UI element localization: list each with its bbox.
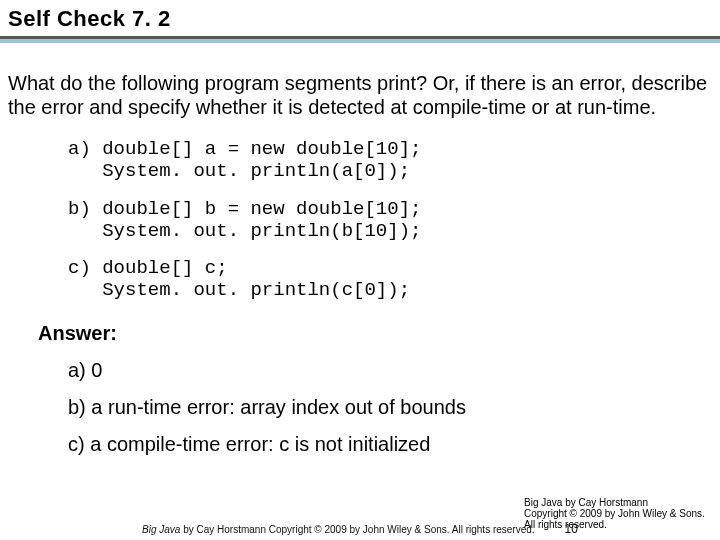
slide-body: What do the following program segments p… bbox=[0, 43, 720, 456]
footer-byline: by Cay Horstmann bbox=[183, 524, 266, 535]
segment-label: a) bbox=[68, 138, 91, 160]
code-segment-b: b) double[] b = new double[10]; System. … bbox=[68, 199, 712, 243]
code-line: System. out. println(a[0]); bbox=[102, 160, 410, 182]
question-text: What do the following program segments p… bbox=[8, 71, 712, 119]
footer-book-title-right: Big Java bbox=[524, 497, 562, 508]
answer-list: a) 0 b) a run-time error: array index ou… bbox=[68, 359, 712, 456]
answer-item-b: b) a run-time error: array index out of … bbox=[68, 396, 712, 419]
code-segments-list: a) double[] a = new double[10]; System. … bbox=[68, 139, 712, 302]
answer-block: Answer: a) 0 b) a run-time error: array … bbox=[38, 322, 712, 456]
answer-item-a: a) 0 bbox=[68, 359, 712, 382]
footer-copyright-right: Copyright © 2009 by John Wiley & Sons. A… bbox=[524, 508, 705, 530]
code-line: System. out. println(c[0]); bbox=[102, 279, 410, 301]
code-segment-c: c) double[] c; System. out. println(c[0]… bbox=[68, 258, 712, 302]
slide-footer-right: Big Java by Cay Horstmann Copyright © 20… bbox=[524, 497, 714, 530]
footer-book-title: Big Java bbox=[142, 524, 180, 535]
answer-item-c: c) a compile-time error: c is not initia… bbox=[68, 433, 712, 456]
segment-label: b) bbox=[68, 198, 91, 220]
footer-copyright: Copyright © 2009 by John Wiley & Sons. A… bbox=[269, 524, 535, 535]
code-segment-a: a) double[] a = new double[10]; System. … bbox=[68, 139, 712, 183]
code-line: double[] c; bbox=[102, 257, 227, 279]
slide-heading: Self Check 7. 2 bbox=[0, 0, 720, 39]
code-line: double[] a = new double[10]; bbox=[102, 138, 421, 160]
code-line: System. out. println(b[10]); bbox=[102, 220, 421, 242]
footer-byline-right: by Cay Horstmann bbox=[565, 497, 648, 508]
segment-label: c) bbox=[68, 257, 91, 279]
code-line: double[] b = new double[10]; bbox=[102, 198, 421, 220]
answer-heading: Answer: bbox=[38, 322, 712, 345]
